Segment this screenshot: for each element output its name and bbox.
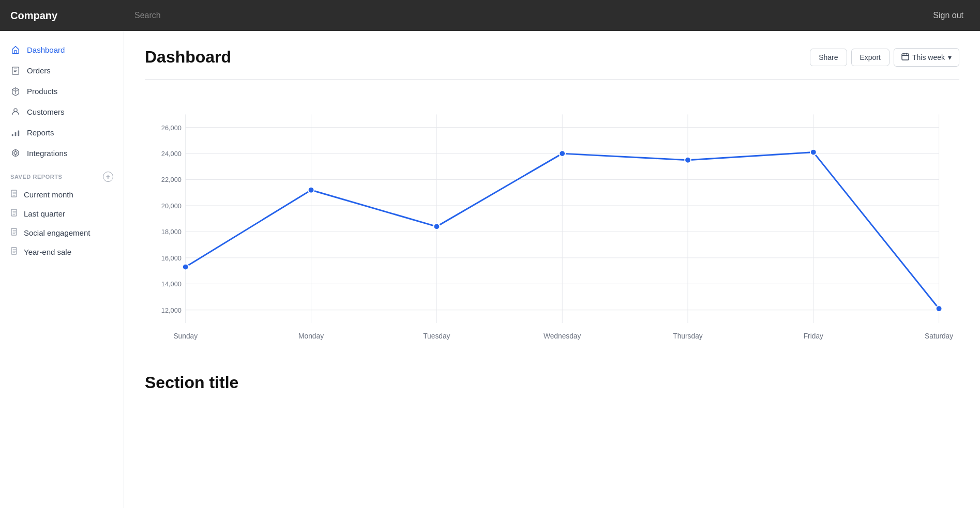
add-saved-report-button[interactable]: + xyxy=(103,172,113,182)
header-divider xyxy=(145,79,959,80)
svg-rect-4 xyxy=(15,132,17,136)
document-icon xyxy=(10,247,19,257)
sidebar-item-customers[interactable]: Customers xyxy=(0,101,124,122)
saved-report-current-month[interactable]: Current month xyxy=(0,185,124,204)
svg-rect-12 xyxy=(902,54,909,60)
reports-icon xyxy=(10,127,21,137)
main-content: Dashboard Share Export This week ▾ xyxy=(124,31,980,508)
svg-text:18,000: 18,000 xyxy=(161,228,182,236)
search-input[interactable] xyxy=(134,11,927,20)
sidebar-label: Customers xyxy=(27,107,65,116)
this-week-button[interactable]: This week ▾ xyxy=(894,48,959,67)
svg-point-43 xyxy=(183,264,189,270)
svg-point-48 xyxy=(810,149,817,156)
saved-report-last-quarter[interactable]: Last quarter xyxy=(0,204,124,223)
signout-button[interactable]: Sign out xyxy=(927,7,970,24)
header-actions: Share Export This week ▾ xyxy=(810,48,959,67)
svg-rect-0 xyxy=(14,51,17,53)
svg-point-47 xyxy=(685,157,691,163)
svg-rect-1 xyxy=(12,67,19,74)
sidebar: DashboardOrdersProductsCustomersReportsI… xyxy=(0,31,124,508)
sidebar-item-orders[interactable]: Orders xyxy=(0,60,124,81)
sidebar-item-dashboard[interactable]: Dashboard xyxy=(0,39,124,60)
orders-icon xyxy=(10,65,21,75)
share-button[interactable]: Share xyxy=(810,49,847,66)
report-label: Social engagement xyxy=(24,228,90,237)
calendar-icon xyxy=(901,53,909,62)
svg-point-49 xyxy=(936,305,942,312)
sidebar-label: Integrations xyxy=(27,149,67,158)
brand-logo: Company xyxy=(10,10,134,22)
home-icon xyxy=(10,44,21,55)
svg-text:24,000: 24,000 xyxy=(161,150,182,158)
svg-text:Saturday: Saturday xyxy=(925,332,953,340)
report-label: Last quarter xyxy=(24,209,65,218)
svg-text:20,000: 20,000 xyxy=(161,202,182,210)
page-title: Dashboard xyxy=(145,48,231,67)
report-label: Year-end sale xyxy=(24,248,71,256)
svg-rect-5 xyxy=(18,130,20,136)
svg-text:Friday: Friday xyxy=(804,332,823,340)
this-week-label: This week xyxy=(912,53,945,61)
svg-point-7 xyxy=(14,151,17,154)
line-chart: 12,00014,00016,00018,00020,00022,00024,0… xyxy=(145,92,959,361)
svg-point-44 xyxy=(308,187,314,193)
sidebar-item-integrations[interactable]: Integrations xyxy=(0,143,124,163)
document-icon xyxy=(10,228,19,238)
sidebar-label: Reports xyxy=(27,128,54,137)
saved-report-year-end-sale[interactable]: Year-end sale xyxy=(0,242,124,261)
svg-text:12,000: 12,000 xyxy=(161,306,182,314)
integrations-icon xyxy=(10,148,21,158)
export-button[interactable]: Export xyxy=(851,49,889,66)
svg-text:16,000: 16,000 xyxy=(161,254,182,262)
svg-point-46 xyxy=(559,150,565,157)
saved-report-social-engagement[interactable]: Social engagement xyxy=(0,223,124,242)
sidebar-label: Dashboard xyxy=(27,45,65,54)
svg-text:Monday: Monday xyxy=(298,332,324,340)
svg-text:14,000: 14,000 xyxy=(161,280,182,288)
products-icon xyxy=(10,86,21,96)
svg-point-45 xyxy=(433,223,440,229)
svg-text:26,000: 26,000 xyxy=(161,124,182,132)
customers-icon xyxy=(10,106,21,117)
saved-reports-label: Saved Reports xyxy=(10,174,62,180)
svg-text:Sunday: Sunday xyxy=(173,332,198,340)
saved-reports-section: Saved Reports + xyxy=(0,163,124,185)
svg-text:22,000: 22,000 xyxy=(161,176,182,183)
sidebar-label: Orders xyxy=(27,66,51,75)
section-title: Section title xyxy=(145,373,959,392)
content-header: Dashboard Share Export This week ▾ xyxy=(145,48,959,67)
report-label: Current month xyxy=(24,190,73,199)
chevron-down-icon: ▾ xyxy=(948,53,952,61)
chart-container: 12,00014,00016,00018,00020,00022,00024,0… xyxy=(145,92,959,361)
sidebar-item-reports[interactable]: Reports xyxy=(0,122,124,143)
document-icon xyxy=(10,209,19,219)
svg-text:Tuesday: Tuesday xyxy=(423,332,450,340)
sidebar-item-products[interactable]: Products xyxy=(0,81,124,101)
svg-text:Wednesday: Wednesday xyxy=(544,332,581,340)
document-icon xyxy=(10,190,19,199)
svg-text:Thursday: Thursday xyxy=(673,332,702,340)
sidebar-label: Products xyxy=(27,87,57,96)
svg-rect-3 xyxy=(12,134,13,136)
